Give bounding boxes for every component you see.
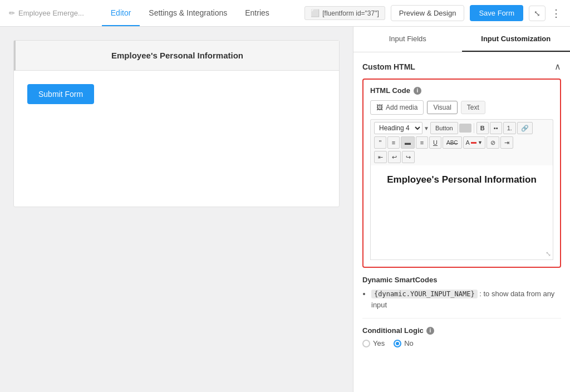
tab-entries[interactable]: Entries — [236, 1, 278, 26]
ordered-list-button[interactable]: 1. — [503, 122, 516, 134]
list-item: {dynamic.YOUR_INPUT_NAME} : to show data… — [371, 288, 561, 310]
radio-yes-label: Yes — [373, 339, 385, 347]
resize-handle[interactable]: ⤡ — [546, 250, 551, 258]
save-form-button[interactable]: Save Form — [470, 5, 523, 21]
indent-button[interactable]: ⇥ — [500, 136, 513, 149]
expand-button[interactable]: ⤡ — [529, 6, 546, 21]
shortcode-icon: ⬜ — [311, 9, 320, 17]
info-icon: i — [414, 87, 421, 95]
conditional-title: Conditional Logic i — [362, 326, 561, 335]
shortcode-badge[interactable]: ⬜ [fluentform id="37"] — [304, 6, 385, 20]
color-dot — [471, 142, 476, 144]
submit-form-button[interactable]: Submit Form — [27, 84, 94, 104]
add-media-button[interactable]: 🖼 Add media — [370, 100, 424, 115]
blockquote-button[interactable]: " — [374, 136, 386, 149]
clear-format-button[interactable]: ⊘ — [487, 136, 499, 149]
smartcodes-section: Dynamic SmartCodes {dynamic.YOUR_INPUT_N… — [362, 276, 561, 310]
more-options-button[interactable]: ⋮ — [551, 7, 561, 19]
preview-design-button[interactable]: Preview & Design — [391, 5, 465, 21]
toolbar-button-btn[interactable]: Button — [430, 122, 458, 134]
tab-settings[interactable]: Settings & Integrations — [140, 1, 236, 26]
toolbar-dropdown-icon: ▼ — [424, 125, 429, 131]
breadcrumb-icon: ✏ — [9, 9, 15, 17]
conditional-section: Conditional Logic i Yes No — [362, 318, 561, 347]
underline-button[interactable]: U — [429, 136, 441, 149]
right-panel: Input Fields Input Customization Custom … — [353, 27, 570, 392]
nav-right: ⬜ [fluentform id="37"] Preview & Design … — [304, 5, 561, 21]
main-layout: Employee's Personal Information Submit F… — [0, 27, 570, 392]
editor-tabs-row: 🖼 Add media Visual Text — [370, 100, 553, 115]
html-code-label: HTML Code i — [370, 86, 553, 95]
conditional-info-icon: i — [426, 327, 434, 335]
tab-input-customization[interactable]: Input Customization — [462, 27, 571, 52]
heading-select[interactable]: Heading 4 Heading 1 Heading 2 Heading 3 … — [374, 122, 422, 134]
breadcrumb-text: Employee Emerge... — [18, 9, 84, 17]
link-button[interactable]: 🔗 — [517, 122, 533, 134]
custom-html-title: Custom HTML — [362, 62, 415, 71]
toolbar-sep-1 — [474, 123, 474, 133]
toolbar-row-3: ⇤ ↩ ↪ — [374, 151, 549, 163]
breadcrumb: ✏ Employee Emerge... — [9, 9, 84, 17]
radio-yes-circle — [362, 340, 370, 347]
form-header: Employee's Personal Information — [14, 41, 339, 71]
toolbar-color-square[interactable] — [459, 124, 471, 133]
shortcode-text: [fluentform id="37"] — [322, 9, 379, 17]
visual-tab-button[interactable]: Visual — [427, 101, 457, 114]
smartcode-badge: {dynamic.YOUR_INPUT_NAME} — [371, 290, 478, 298]
radio-no-circle — [394, 340, 401, 347]
section-header: Custom HTML ∧ — [362, 61, 561, 72]
left-panel: Employee's Personal Information Submit F… — [0, 27, 353, 392]
outdent-button[interactable]: ⇤ — [374, 151, 387, 163]
radio-no-label: No — [404, 339, 414, 347]
panel-tabs: Input Fields Input Customization — [353, 27, 570, 52]
toolbar-row-1: Heading 4 Heading 1 Heading 2 Heading 3 … — [374, 122, 549, 134]
editor-content-text: Employee's Personal Information — [380, 174, 544, 185]
text-color-button[interactable]: A ▼ — [463, 136, 485, 149]
radio-yes[interactable]: Yes — [362, 339, 385, 347]
form-canvas: Employee's Personal Information Submit F… — [13, 40, 340, 207]
unordered-list-button[interactable]: •• — [490, 122, 502, 134]
text-tab-button[interactable]: Text — [461, 101, 485, 114]
collapse-button[interactable]: ∧ — [554, 61, 561, 72]
toolbar-row-2: " ≡ ▬ ≡ U ABC A ▼ ⊘ ⇥ — [374, 136, 549, 149]
top-navigation: ✏ Employee Emerge... Editor Settings & I… — [0, 0, 570, 27]
nav-tabs: Editor Settings & Integrations Entries — [102, 1, 278, 26]
radio-row: Yes No — [362, 339, 561, 347]
panel-content: Custom HTML ∧ HTML Code i 🖼 Add media Vi… — [353, 52, 570, 356]
tab-editor[interactable]: Editor — [102, 1, 140, 26]
editor-content-area[interactable]: Employee's Personal Information ⤡ — [370, 165, 553, 260]
form-body: Submit Form — [14, 71, 339, 117]
strikethrough-button[interactable]: ABC — [443, 136, 462, 149]
add-media-icon: 🖼 — [376, 104, 383, 111]
align-left-button[interactable]: ≡ — [387, 136, 400, 149]
smartcodes-list: {dynamic.YOUR_INPUT_NAME} : to show data… — [362, 288, 561, 310]
undo-button[interactable]: ↩ — [388, 151, 401, 163]
tab-input-fields[interactable]: Input Fields — [353, 27, 462, 52]
align-center-button[interactable]: ▬ — [401, 136, 415, 149]
align-right-button[interactable]: ≡ — [416, 136, 428, 149]
bold-button[interactable]: B — [476, 122, 489, 134]
radio-no[interactable]: No — [394, 339, 414, 347]
html-editor-box: HTML Code i 🖼 Add media Visual Text — [362, 79, 561, 268]
smartcodes-title: Dynamic SmartCodes — [362, 276, 561, 284]
redo-button[interactable]: ↪ — [402, 151, 415, 163]
editor-toolbar: Heading 4 Heading 1 Heading 2 Heading 3 … — [370, 119, 553, 165]
